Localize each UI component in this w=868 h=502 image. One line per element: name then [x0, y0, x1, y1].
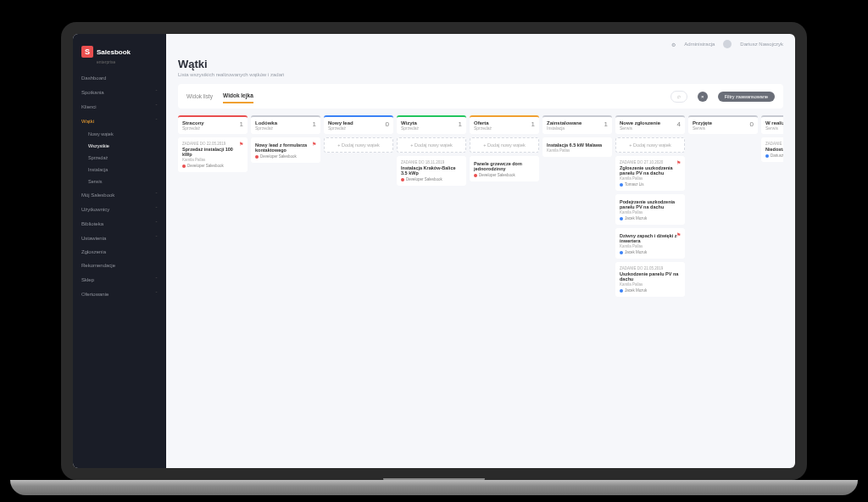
kanban-column: StraconySprzedaż1⚑ZADANIE DO 22.05.2019S…: [178, 115, 248, 465]
sidebar-subitem[interactable]: Instalacja: [73, 164, 166, 176]
sidebar-subitem[interactable]: Wszystkie: [73, 140, 166, 152]
sidebar-item-mój-salesbook[interactable]: Mój Salesbook˅: [73, 187, 166, 202]
kanban-card[interactable]: ZADANIE DO 18.11.2019Instalacja Kraków-B…: [397, 156, 466, 186]
logo-edition: enterprise: [88, 59, 166, 71]
user-dot-icon: [620, 289, 623, 293]
sidebar: S Salesbook enterprise DashboardSpotkani…: [73, 34, 166, 468]
user-dot-icon: [620, 183, 623, 187]
avatar[interactable]: [723, 40, 732, 48]
kanban-card[interactable]: ⚑Dziwny zapach i dźwięki z inwerteraKami…: [615, 228, 685, 259]
add-card-button[interactable]: + Dodaj nowy wątek: [615, 137, 685, 153]
column-header: PrzyjęteSerwis0: [688, 115, 758, 134]
flag-icon: ⚑: [676, 231, 682, 237]
kanban-card[interactable]: Podejrzenie uszkodzenia panelu PV na dac…: [615, 194, 685, 225]
kanban-board: StraconySprzedaż1⚑ZADANIE DO 22.05.2019S…: [178, 115, 783, 465]
sidebar-item-biblioteka[interactable]: Biblioteka˅: [73, 216, 166, 231]
user-dot-icon: [401, 178, 404, 181]
user-dot-icon: [620, 217, 623, 220]
chevron-icon: ˅: [155, 220, 158, 226]
kanban-card[interactable]: ZADANIE DO 10.09.2018Niedostateczna ener…: [761, 137, 783, 162]
sidebar-item-spotkania[interactable]: Spotkania˅: [73, 85, 166, 99]
gear-icon[interactable]: ⚙: [671, 42, 676, 47]
chevron-icon: ˅: [155, 291, 158, 297]
kanban-card[interactable]: ZADANIE DO 21.05.2019Uszkodzenie panelu …: [615, 262, 685, 297]
chevron-icon: ˅: [155, 192, 158, 198]
kanban-column: OfertaSprzedaż1+ Dodaj nowy wątekPanele …: [470, 115, 539, 465]
column-header: W realizacjiSerwis: [761, 115, 783, 134]
admin-link[interactable]: Administracja: [684, 42, 715, 47]
flag-icon: ⚑: [676, 159, 682, 165]
column-header: ZainstalowaneInstalacja1: [542, 115, 612, 134]
user-dot-icon: [182, 165, 186, 168]
add-card-button[interactable]: + Dodaj nowy wątek: [397, 137, 466, 153]
reset-button[interactable]: ×: [698, 92, 708, 102]
sidebar-item-klienci[interactable]: Klienci˅: [73, 99, 166, 114]
user-dot-icon: [765, 154, 769, 158]
laptop-frame: S Salesbook enterprise DashboardSpotkani…: [61, 22, 807, 480]
app-screen: S Salesbook enterprise DashboardSpotkani…: [73, 34, 795, 468]
sidebar-subitem[interactable]: Sprzedaż: [73, 152, 166, 164]
kanban-column: W realizacjiSerwisZADANIE DO 10.09.2018N…: [761, 115, 783, 465]
user-name[interactable]: Dariusz Nawojczyk: [740, 42, 783, 47]
chevron-icon: ˅: [155, 89, 158, 95]
logo-text: Salesbook: [97, 48, 131, 56]
chevron-icon: ˅: [155, 103, 158, 109]
add-card-button[interactable]: + Dodaj nowy wątek: [470, 137, 539, 153]
laptop-base: [10, 480, 858, 495]
flag-icon: ⚑: [312, 141, 317, 146]
column-header: Nowy leadSprzedaż0: [324, 115, 393, 134]
column-header: LodówkaSprzedaż1: [251, 115, 320, 134]
page-title: Wątki: [178, 58, 783, 70]
kanban-card[interactable]: Panele grzewcze dom jednorodzinnyDevelop…: [470, 156, 539, 181]
main-area: ⚙ Administracja Dariusz Nawojczyk Wątki …: [166, 34, 795, 468]
kanban-card[interactable]: ⚑Nowy lead z formularza kontaktowegoDeve…: [251, 137, 320, 163]
sidebar-item-ustawienia[interactable]: Ustawienia˅: [73, 231, 166, 245]
chevron-icon: ˄: [155, 118, 158, 124]
advanced-filters-button[interactable]: Filtry zaawansowane: [718, 92, 775, 102]
tab-list-view[interactable]: Widok listy: [186, 90, 213, 103]
column-header: WizytaSprzedaż1: [397, 115, 466, 134]
kanban-card[interactable]: ⚑ZADANIE DO 22.05.2019Sprzedaż instalacj…: [178, 137, 248, 172]
user-dot-icon: [474, 174, 477, 177]
sidebar-item-wątki[interactable]: Wątki˄: [73, 114, 166, 128]
page-subtitle: Lista wszystkich realizowanych wątków i …: [178, 72, 783, 77]
sidebar-item-dashboard[interactable]: Dashboard: [73, 71, 166, 85]
column-header: OfertaSprzedaż1: [470, 115, 539, 134]
sidebar-item-rekomendacje[interactable]: Rekomendacje: [73, 259, 166, 272]
controls-bar: Widok listy Widok lejka ⌕ × Filtry zaawa…: [178, 84, 783, 109]
kanban-card[interactable]: Instalacja 6.5 kW MalawaKamila Pallas: [542, 137, 612, 157]
kanban-column: PrzyjęteSerwis0: [688, 115, 758, 465]
kanban-column: LodówkaSprzedaż1⚑Nowy lead z formularza …: [251, 115, 320, 465]
sidebar-subitem[interactable]: Nowy wątek: [73, 128, 166, 140]
column-header: StraconySprzedaż1: [178, 115, 248, 134]
kanban-column: Nowy leadSprzedaż0+ Dodaj nowy wątek: [324, 115, 393, 465]
sidebar-item-sklep[interactable]: Sklep˅: [73, 272, 166, 287]
chevron-icon: ˅: [155, 276, 158, 282]
kanban-column: WizytaSprzedaż1+ Dodaj nowy wątekZADANIE…: [397, 115, 466, 465]
sidebar-item-ofertowanie[interactable]: Ofertowanie˅: [73, 287, 166, 301]
search-input[interactable]: ⌕: [670, 91, 687, 103]
logo-icon: S: [81, 46, 93, 58]
tab-funnel-view[interactable]: Widok lejka: [223, 89, 253, 103]
sidebar-item-użytkownicy[interactable]: Użytkownicy˅: [73, 202, 166, 216]
column-header: Nowe zgłoszenieSerwis4: [615, 115, 685, 134]
content: Wątki Lista wszystkich realizowanych wąt…: [166, 54, 795, 468]
user-dot-icon: [255, 155, 259, 159]
kanban-card[interactable]: ⚑ZADANIE DO 27.10.2020Zgłoszenie uszkodz…: [615, 156, 685, 191]
topbar: ⚙ Administracja Dariusz Nawojczyk: [166, 34, 795, 54]
sidebar-subitem[interactable]: Serwis: [73, 176, 166, 187]
chevron-icon: ˅: [155, 235, 158, 241]
user-dot-icon: [620, 251, 623, 254]
add-card-button[interactable]: + Dodaj nowy wątek: [324, 137, 393, 153]
chevron-icon: ˅: [155, 206, 158, 212]
sidebar-item-zgłoszenia[interactable]: Zgłoszenia: [73, 245, 166, 259]
kanban-column: ZainstalowaneInstalacja1Instalacja 6.5 k…: [542, 115, 612, 465]
flag-icon: ⚑: [239, 141, 244, 146]
kanban-column: Nowe zgłoszenieSerwis4+ Dodaj nowy wątek…: [615, 115, 685, 465]
